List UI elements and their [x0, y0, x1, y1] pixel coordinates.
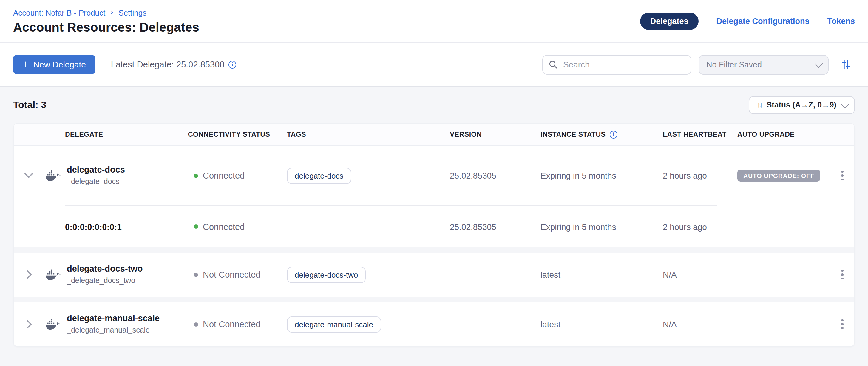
header-tabs: Delegates Delegate Configurations Tokens — [640, 12, 855, 30]
page-header: Account: Nofar B - Product › Settings Ac… — [0, 0, 868, 43]
row-menu-button[interactable] — [838, 167, 847, 184]
connectivity-status: Connected — [188, 171, 287, 180]
filter-sliders-icon — [841, 59, 851, 70]
docker-icon — [46, 269, 61, 280]
col-header-instance-status: INSTANCE STATUS i — [540, 131, 663, 138]
latest-delegate-version: Latest Delegate: 25.02.85300 i — [111, 60, 237, 69]
last-heartbeat-value: N/A — [663, 319, 737, 329]
chevron-right-icon — [25, 320, 32, 328]
new-delegate-button-label: New Delegate — [33, 60, 86, 69]
connectivity-status: Not Connected — [188, 270, 287, 279]
instance-status-value: Expiring in 5 months — [540, 222, 663, 231]
connectivity-status: Connected — [188, 222, 287, 231]
latest-delegate-label: Latest Delegate: 25.02.85300 — [111, 60, 225, 69]
col-header-version: VERSION — [450, 131, 540, 138]
breadcrumb: Account: Nofar B - Product › Settings — [13, 8, 199, 17]
last-heartbeat-value: N/A — [663, 270, 737, 279]
docker-icon — [46, 318, 61, 330]
tag-chip: delegate-docs — [287, 167, 351, 184]
row-separator — [14, 247, 854, 253]
col-header-auto-upgrade: AUTO UPGRADE — [737, 131, 822, 138]
sort-dropdown[interactable]: ↑↓ Status (A→Z, 0→9) — [749, 96, 855, 114]
chevron-down-icon — [841, 100, 849, 108]
delegate-name[interactable]: delegate-manual-scale — [67, 313, 160, 325]
tag-chip: delegate-manual-scale — [287, 316, 381, 332]
table-row[interactable]: delegate-docs-two _delegate_docs_two Not… — [14, 253, 854, 297]
info-icon[interactable]: i — [610, 131, 617, 138]
expand-row-button[interactable] — [14, 271, 43, 279]
last-heartbeat-value: 2 hours ago — [663, 171, 737, 180]
breadcrumb-account-link[interactable]: Account: Nofar B - Product — [13, 8, 105, 17]
breadcrumb-settings-link[interactable]: Settings — [118, 8, 147, 17]
new-delegate-button[interactable]: + New Delegate — [13, 55, 95, 74]
not-connected-dot-icon — [194, 322, 198, 326]
total-count-label: Total: 3 — [13, 100, 46, 110]
delegates-page: Account: Nofar B - Product › Settings Ac… — [0, 0, 868, 366]
saved-filter-select[interactable]: No Filter Saved — [699, 55, 829, 74]
content-area: Total: 3 ↑↓ Status (A→Z, 0→9) DELEGATE C… — [0, 87, 868, 347]
instance-host: 0:0:0:0:0:0:0:1 — [43, 222, 188, 231]
not-connected-dot-icon — [194, 273, 198, 277]
info-icon[interactable]: i — [228, 61, 236, 68]
breadcrumb-separator-icon: › — [111, 8, 113, 16]
tab-tokens[interactable]: Tokens — [827, 17, 855, 26]
auto-upgrade-badge: AUTO UPGRADE: OFF — [737, 170, 820, 181]
chevron-down-icon — [815, 59, 823, 68]
saved-filter-value: No Filter Saved — [706, 60, 762, 69]
search-icon — [549, 60, 557, 69]
table-row[interactable]: delegate-manual-scale _delegate_manual_s… — [14, 302, 854, 346]
chevron-right-icon — [25, 271, 32, 279]
delegate-instance-row: 0:0:0:0:0:0:0:1 Connected 25.02.85305 Ex… — [14, 206, 854, 247]
search-input[interactable] — [562, 59, 685, 70]
connected-dot-icon — [194, 225, 198, 229]
col-header-tags: TAGS — [287, 131, 450, 138]
delegate-identifier: _delegate_docs_two — [67, 275, 143, 286]
table-header-row: DELEGATE CONNECTIVITY STATUS TAGS VERSIO… — [14, 123, 854, 146]
sort-arrows-icon: ↑↓ — [757, 101, 762, 109]
col-header-delegate: DELEGATE — [43, 131, 188, 138]
collapse-row-button[interactable] — [14, 172, 43, 179]
expand-row-button[interactable] — [14, 320, 43, 328]
search-box — [542, 55, 691, 74]
tab-delegate-configurations[interactable]: Delegate Configurations — [716, 17, 809, 26]
instance-status-value: latest — [540, 319, 663, 329]
delegate-name[interactable]: delegate-docs — [67, 164, 125, 176]
version-value: 25.02.85305 — [450, 171, 540, 180]
filter-panel-button[interactable] — [837, 56, 855, 74]
connectivity-status: Not Connected — [188, 319, 287, 329]
sort-dropdown-label: Status (A→Z, 0→9) — [767, 100, 836, 109]
tag-chip: delegate-docs-two — [287, 266, 366, 283]
instance-status-value: Expiring in 5 months — [540, 171, 663, 180]
table-row[interactable]: delegate-docs _delegate_docs Connected d… — [14, 146, 854, 205]
delegates-table: DELEGATE CONNECTIVITY STATUS TAGS VERSIO… — [13, 123, 855, 347]
row-menu-button[interactable] — [838, 266, 847, 283]
row-menu-button[interactable] — [838, 316, 847, 333]
delegate-name[interactable]: delegate-docs-two — [67, 263, 143, 275]
col-header-connectivity-status: CONNECTIVITY STATUS — [188, 131, 287, 138]
plus-icon: + — [23, 59, 29, 69]
row-separator — [14, 297, 854, 302]
version-value: 25.02.85305 — [450, 222, 540, 231]
last-heartbeat-value: 2 hours ago — [663, 222, 737, 231]
instance-status-value: latest — [540, 270, 663, 279]
docker-icon — [46, 170, 61, 181]
page-title: Account Resources: Delegates — [13, 20, 199, 34]
chevron-down-icon — [25, 172, 33, 179]
delegate-row-group: delegate-docs _delegate_docs Connected d… — [14, 146, 854, 247]
toolbar: + New Delegate Latest Delegate: 25.02.85… — [0, 43, 868, 87]
tab-delegates[interactable]: Delegates — [640, 12, 699, 30]
col-header-last-heartbeat: LAST HEARTBEAT — [663, 131, 737, 138]
delegate-identifier: _delegate_docs — [67, 176, 125, 187]
delegate-identifier: _delegate_manual_scale — [67, 325, 160, 335]
connected-dot-icon — [194, 173, 198, 178]
